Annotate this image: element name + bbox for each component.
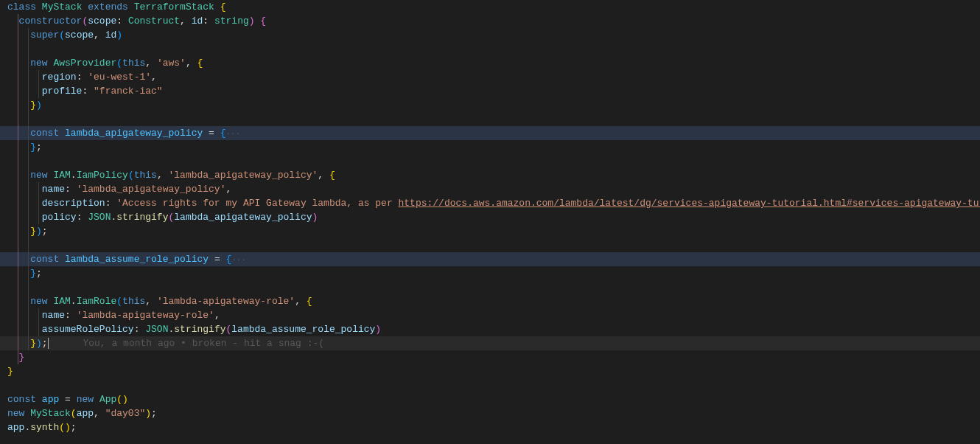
code-line[interactable]: const app = new App() xyxy=(0,392,980,406)
keyword-class: class xyxy=(7,1,36,13)
code-line[interactable]: constructor(scope: Construct, id: string… xyxy=(0,14,980,28)
code-line-folded[interactable]: const lambda_assume_role_policy = {··· xyxy=(0,252,980,266)
code-line[interactable]: new IAM.IamRole(this, 'lambda-apigateway… xyxy=(0,294,980,308)
code-line[interactable] xyxy=(0,238,980,252)
url-link[interactable]: https://docs.aws.amazon.com/lambda/lates… xyxy=(399,198,980,209)
keyword-extends: extends xyxy=(88,1,128,13)
code-line-current[interactable]: }); You, a month ago • broken - hit a sn… xyxy=(0,336,980,350)
code-line[interactable]: region: 'eu-west-1', xyxy=(0,70,980,84)
code-line[interactable] xyxy=(0,280,980,294)
code-line[interactable]: app.synth(); xyxy=(0,420,980,434)
text-cursor xyxy=(48,338,49,349)
code-line[interactable] xyxy=(0,112,980,126)
code-line[interactable]: class MyStack extends TerraformStack { xyxy=(0,0,980,14)
code-line[interactable]: new MyStack(app, "day03"); xyxy=(0,406,980,420)
code-line[interactable]: }; xyxy=(0,266,980,280)
code-line[interactable]: policy: JSON.stringify(lambda_apigateway… xyxy=(0,210,980,224)
code-line[interactable]: } xyxy=(0,350,980,364)
code-line[interactable]: profile: "franck-iac" xyxy=(0,84,980,98)
code-line[interactable] xyxy=(0,378,980,392)
keyword-constructor: constructor xyxy=(19,15,83,27)
code-line[interactable]: assumeRolePolicy: JSON.stringify(lambda_… xyxy=(0,322,980,336)
fold-indicator[interactable]: ··· xyxy=(231,255,246,264)
git-blame-annotation[interactable]: You, a month ago • broken - hit a snag :… xyxy=(83,338,324,349)
code-editor[interactable]: class MyStack extends TerraformStack { c… xyxy=(0,0,980,444)
code-line[interactable]: }; xyxy=(0,140,980,154)
code-line-folded[interactable]: const lambda_apigateway_policy = {··· xyxy=(0,126,980,140)
code-line[interactable]: new AwsProvider(this, 'aws', { xyxy=(0,56,980,70)
code-line[interactable]: new IAM.IamPolicy(this, 'lambda_apigatew… xyxy=(0,168,980,182)
code-line[interactable] xyxy=(0,154,980,168)
code-line[interactable]: description: 'Access rights for my API G… xyxy=(0,196,980,210)
code-line[interactable]: super(scope, id) xyxy=(0,28,980,42)
code-line[interactable] xyxy=(0,42,980,56)
code-line[interactable]: name: 'lambda_apigateway_policy', xyxy=(0,182,980,196)
fold-indicator[interactable]: ··· xyxy=(226,129,241,138)
code-line[interactable]: name: 'lambda-apigateway-role', xyxy=(0,308,980,322)
code-line[interactable]: }); xyxy=(0,224,980,238)
code-line[interactable]: } xyxy=(0,364,980,378)
code-line[interactable]: }) xyxy=(0,98,980,112)
superclass: TerraformStack xyxy=(134,1,214,13)
class-name: MyStack xyxy=(42,1,83,13)
